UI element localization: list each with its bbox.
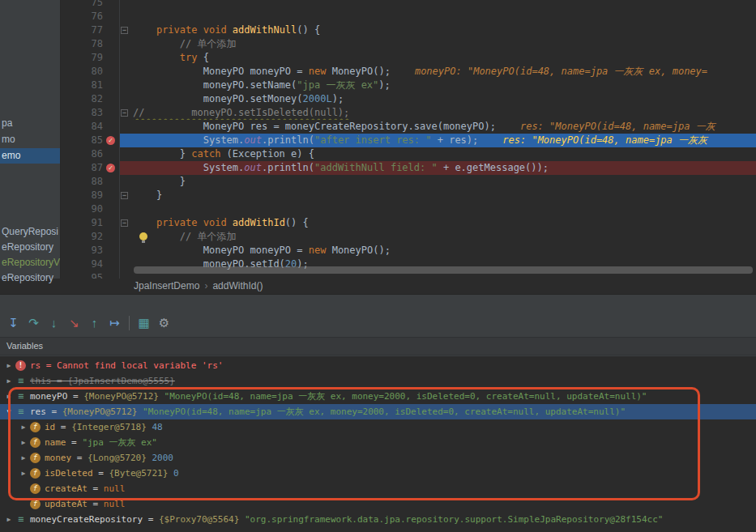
- code-line: // 单个添加: [120, 37, 756, 51]
- variable-row[interactable]: ▶≡this = {JpaInsertDemo@5555}: [0, 373, 756, 389]
- project-sidebar[interactable]: pamoemoQueryReposieRepositoryeRepository…: [0, 0, 61, 279]
- variable-row[interactable]: fupdateAt = null: [0, 496, 756, 512]
- line-number: 84: [92, 120, 103, 134]
- line-number: 86: [92, 147, 103, 161]
- line-number: 85: [92, 134, 103, 147]
- code-line: [120, 0, 756, 10]
- code-line: MoneyPO res = moneyCreateRepository.save…: [120, 120, 756, 134]
- variable-icon: ≡: [15, 376, 26, 386]
- fold-marker-icon[interactable]: −: [121, 219, 128, 227]
- line-number: 94: [92, 257, 103, 271]
- line-number: 76: [92, 10, 103, 23]
- field-icon: f: [30, 468, 41, 479]
- field-icon: f: [30, 499, 41, 509]
- code-line: } catch (Exception e) {: [120, 147, 756, 161]
- line-number: 92: [92, 230, 103, 244]
- expand-arrow-icon[interactable]: ▶: [17, 439, 30, 446]
- intention-bulb-icon[interactable]: [139, 232, 147, 240]
- variable-row[interactable]: ▶≡moneyCreateRepository = {$Proxy70@5564…: [0, 512, 756, 527]
- error-icon: !: [15, 360, 26, 371]
- expand-arrow-icon[interactable]: ▶: [2, 393, 15, 400]
- variable-row[interactable]: ▼≡res = {MoneyPO@5712} "MoneyPO(id=48, n…: [0, 404, 756, 419]
- variable-row[interactable]: ▶fisDeleted = {Byte@5721} 0: [0, 466, 756, 481]
- variable-row[interactable]: ▶≡moneyPO = {MoneyPO@5712} "MoneyPO(id=4…: [0, 389, 756, 404]
- inline-debug-hint: moneyPO: "MoneyPO(id=48, name=jpa 一灰灰 ex…: [415, 66, 707, 77]
- code-line: try {: [120, 51, 756, 65]
- variable-icon: ≡: [15, 391, 26, 402]
- expand-arrow-icon[interactable]: ▶: [17, 470, 30, 477]
- variable-row[interactable]: ▶fname = "jpa 一灰灰 ex": [0, 435, 756, 450]
- breadcrumb-separator-icon: ›: [204, 280, 207, 292]
- expand-arrow-icon[interactable]: ▶: [17, 423, 30, 431]
- variable-row[interactable]: fcreateAt = null: [0, 481, 756, 496]
- evaluate-expression-icon[interactable]: ▦: [134, 313, 154, 333]
- expand-arrow-icon[interactable]: ▶: [17, 454, 30, 462]
- sidebar-item[interactable]: eRepository: [0, 270, 60, 286]
- breadcrumb-method[interactable]: addWithId(): [212, 280, 263, 292]
- line-number: 82: [92, 92, 103, 106]
- code-line: MoneyPO moneyPO = new MoneyPO();: [120, 244, 756, 257]
- line-number: 89: [92, 189, 103, 202]
- settings-icon[interactable]: ⚙: [154, 313, 174, 333]
- variables-tree[interactable]: ▶!rs = Cannot find local variable 'rs'▶≡…: [0, 356, 756, 532]
- step-over-icon[interactable]: ↷: [23, 313, 44, 333]
- expand-arrow-icon[interactable]: ▶: [2, 362, 15, 369]
- variables-header: Variables: [0, 337, 756, 355]
- force-step-into-icon[interactable]: ↘: [64, 313, 84, 333]
- code-line: [120, 202, 756, 216]
- sidebar-item[interactable]: eRepositoryV: [0, 255, 60, 270]
- field-icon: f: [30, 422, 41, 432]
- sidebar-item[interactable]: eRepository: [0, 240, 60, 255]
- code-editor[interactable]: 7576777879808182838485✓8687✓888990919293…: [61, 0, 756, 279]
- fold-marker-icon[interactable]: −: [121, 109, 128, 117]
- variables-title: Variables: [6, 341, 43, 351]
- code-line: moneyPO.setName("jpa 一灰灰 ex");: [120, 79, 756, 92]
- line-number: 81: [92, 79, 103, 92]
- line-number: 95: [92, 271, 103, 279]
- code-line: private void addWithId() {: [120, 216, 756, 230]
- expand-arrow-icon[interactable]: ▶: [2, 377, 15, 385]
- line-number: 88: [92, 175, 103, 189]
- line-number: 75: [92, 0, 103, 10]
- line-number: 78: [92, 37, 103, 51]
- editor-gutter: 7576777879808182838485✓8687✓888990919293…: [61, 0, 120, 279]
- step-into-icon[interactable]: ↓: [44, 313, 64, 333]
- code-line: }: [120, 175, 756, 189]
- sidebar-item[interactable]: pa: [0, 116, 60, 131]
- toolbar-separator: [129, 316, 130, 330]
- editor-code[interactable]: private void addWithNull() { // 单个添加 try…: [120, 0, 756, 279]
- debug-panel: ↧↷↓↘↑↦▦⚙ Variables ▶!rs = Cannot find lo…: [0, 294, 756, 532]
- line-number: 87: [92, 161, 103, 175]
- show-execution-point-icon[interactable]: ↧: [3, 313, 23, 333]
- code-line: [120, 10, 756, 23]
- breadcrumb-class[interactable]: JpaInsertDemo: [134, 280, 199, 292]
- code-line: MoneyPO moneyPO = new MoneyPO();moneyPO:…: [120, 65, 756, 79]
- sidebar-item[interactable]: mo: [0, 132, 60, 147]
- variable-row[interactable]: ▶!rs = Cannot find local variable 'rs': [0, 358, 756, 373]
- sidebar-item[interactable]: emo: [0, 148, 60, 164]
- variable-row[interactable]: ▶fmoney = {Long@5720} 2000: [0, 450, 756, 466]
- fold-marker-icon[interactable]: −: [121, 27, 128, 34]
- step-out-icon[interactable]: ↑: [84, 313, 105, 333]
- run-to-cursor-icon[interactable]: ↦: [105, 313, 125, 333]
- field-icon: f: [30, 453, 41, 463]
- field-icon: f: [30, 483, 41, 494]
- debug-toolbar: ↧↷↓↘↑↦▦⚙: [3, 313, 174, 334]
- variable-row[interactable]: ▶fid = {Integer@5718} 48: [0, 419, 756, 435]
- code-line: private void addWithNull() {: [120, 23, 756, 37]
- editor-horizontal-scrollbar[interactable]: [134, 266, 753, 274]
- code-line: System.out.println("addWithNull field: "…: [120, 161, 756, 175]
- expand-arrow-icon[interactable]: ▶: [2, 516, 15, 523]
- fold-marker-icon[interactable]: −: [121, 192, 128, 199]
- code-line: }: [120, 189, 756, 202]
- breakpoint-icon[interactable]: ✓: [106, 164, 115, 172]
- sidebar-item[interactable]: QueryReposi: [0, 224, 60, 240]
- line-number: 79: [92, 51, 103, 65]
- code-line: moneyPO.setMoney(2000L);: [120, 92, 756, 106]
- line-number: 91: [92, 216, 103, 230]
- line-number: 93: [92, 244, 103, 257]
- line-number: 80: [92, 65, 103, 79]
- breakpoint-icon[interactable]: ✓: [106, 136, 115, 145]
- code-line: System.out.println("after insert res: " …: [120, 134, 756, 147]
- expand-arrow-icon[interactable]: ▼: [2, 408, 15, 415]
